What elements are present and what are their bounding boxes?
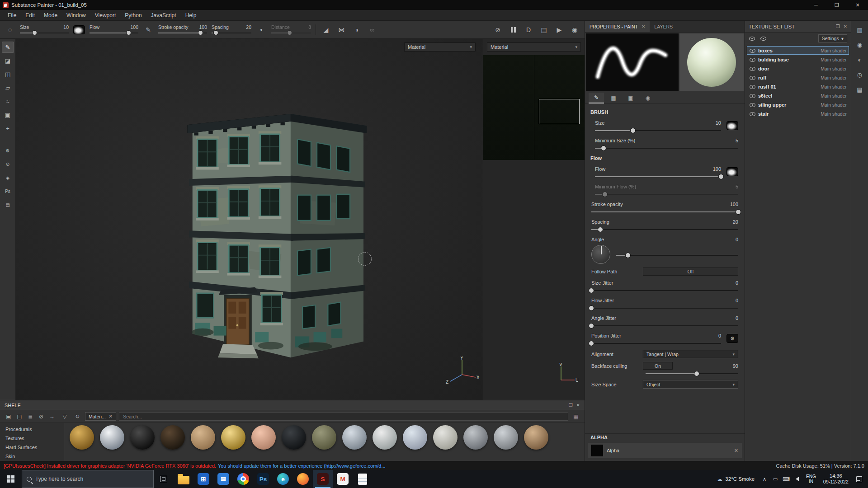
- texture-set-row[interactable]: rusff 01 Main shader: [747, 82, 849, 91]
- display-tray-icon[interactable]: ▭: [770, 470, 781, 488]
- uv-texture-tiles[interactable]: [483, 55, 585, 160]
- shelf-new-icon[interactable]: ▢: [14, 412, 24, 421]
- texture-set-row[interactable]: door Main shader: [747, 64, 849, 73]
- texture-set-visibility-icon[interactable]: [749, 47, 756, 53]
- shelf-filter-icon[interactable]: ▽: [60, 412, 70, 421]
- shader-settings-icon[interactable]: ◉: [854, 39, 866, 50]
- remove-alpha-icon[interactable]: ✕: [734, 448, 738, 454]
- texture-set-visibility-icon[interactable]: [749, 93, 756, 99]
- material-thumbnail[interactable]: [523, 425, 549, 459]
- menu-item[interactable]: Python: [121, 11, 146, 20]
- history-icon[interactable]: ◷: [854, 69, 866, 80]
- stroke-opacity-slider[interactable]: [591, 209, 738, 215]
- distance-slider[interactable]: [271, 31, 311, 35]
- shader-assignment-link[interactable]: Main shader: [821, 84, 847, 89]
- spacing-slider[interactable]: [212, 31, 251, 35]
- menu-item[interactable]: Window: [62, 11, 90, 20]
- chrome[interactable]: [233, 470, 253, 488]
- camera-capture-icon[interactable]: ◉: [569, 24, 580, 35]
- falloff-icon[interactable]: ◢: [321, 24, 331, 35]
- shader-assignment-link[interactable]: Main shader: [821, 57, 847, 62]
- settings-tool[interactable]: ⚙: [2, 145, 14, 156]
- chain-link-icon[interactable]: ∞: [367, 24, 377, 35]
- weather-widget[interactable]: ☁ 32°C Smoke: [712, 470, 759, 488]
- texture-set-visibility-icon[interactable]: [749, 84, 756, 89]
- smudge-tool[interactable]: ≈: [2, 96, 14, 107]
- undock-shelf-icon[interactable]: ❐: [569, 403, 573, 408]
- texture-set-row[interactable]: bulding base Main shader: [747, 55, 849, 64]
- shelf-refresh-icon[interactable]: ↻: [72, 412, 82, 421]
- material-thumbnail[interactable]: [160, 425, 186, 459]
- tab-properties-paint[interactable]: PROPERTIES - PAINT ✕: [585, 21, 650, 32]
- building-model[interactable]: [184, 73, 370, 386]
- viewport-2d-material-dropdown[interactable]: Material ▾: [487, 42, 581, 52]
- minimum-flow-slider[interactable]: [595, 192, 738, 197]
- angle-dial[interactable]: [591, 245, 610, 264]
- language-indicator[interactable]: ENG IN: [802, 474, 820, 484]
- shelf-category[interactable]: Skin: [0, 452, 64, 461]
- shader-assignment-link[interactable]: Main shader: [821, 66, 847, 71]
- lazy-mouse-icon[interactable]: ◌: [5, 24, 15, 35]
- position-jitter-slider[interactable]: [591, 341, 721, 346]
- shader-assignment-link[interactable]: Main shader: [821, 75, 847, 80]
- texture-set-row[interactable]: s6teel Main shader: [747, 91, 849, 100]
- viewport-3d-material-dropdown[interactable]: Material ▾: [404, 42, 476, 52]
- brush-stroke-preview[interactable]: [586, 33, 679, 91]
- shelf-hide-icon[interactable]: ⊘: [36, 412, 46, 421]
- material-thumbnail[interactable]: [372, 425, 398, 459]
- menu-item[interactable]: JavaScript: [147, 11, 180, 20]
- menu-item[interactable]: Mode: [40, 11, 61, 20]
- material-thumbnail[interactable]: [311, 425, 337, 459]
- undock-panel-icon[interactable]: ❐: [836, 24, 840, 29]
- menu-item[interactable]: Edit: [21, 11, 39, 20]
- remove-filter-icon[interactable]: ✕: [108, 413, 113, 419]
- tab-layers[interactable]: LAYERS: [650, 21, 677, 32]
- eraser-tool[interactable]: ◪: [2, 55, 14, 66]
- flow-slider[interactable]: [595, 174, 721, 179]
- brush-tip-preview-button[interactable]: [73, 25, 85, 34]
- texture-set-settings-icon[interactable]: ▦: [854, 24, 866, 35]
- menu-item[interactable]: Help: [181, 11, 201, 20]
- shader-assignment-link[interactable]: Main shader: [821, 93, 847, 99]
- keyboard-tray-icon[interactable]: ⌨: [781, 470, 792, 488]
- material-picker-tool[interactable]: +: [2, 123, 14, 134]
- log-icon[interactable]: ▤: [854, 84, 866, 95]
- size-slider[interactable]: [20, 31, 69, 35]
- close-shelf-icon[interactable]: ✕: [576, 403, 580, 408]
- texture-set-visibility-icon[interactable]: [749, 56, 756, 62]
- projection-tool[interactable]: ◫: [2, 69, 14, 80]
- follow-path-button[interactable]: Off: [643, 267, 738, 276]
- camera-video-icon[interactable]: ▶: [554, 24, 565, 35]
- action-center-button[interactable]: [852, 476, 866, 482]
- texture-set-row[interactable]: stair Main shader: [747, 109, 849, 118]
- minimize-button[interactable]: ─: [806, 0, 826, 10]
- shelf-category[interactable]: Hard Surfaces: [0, 443, 64, 452]
- effects-tool[interactable]: ⊙: [2, 159, 14, 170]
- close-properties-tab-icon[interactable]: ✕: [642, 24, 645, 29]
- polygon-fill-tool[interactable]: ▱: [2, 82, 14, 94]
- taskbar-clock[interactable]: 14:36 09-12-2022: [820, 473, 852, 485]
- subtab-stencil-icon[interactable]: ▣: [623, 93, 638, 103]
- material-thumbnail[interactable]: [341, 425, 368, 459]
- firefox[interactable]: [293, 470, 313, 488]
- material-thumbnail[interactable]: [462, 425, 489, 459]
- tray-overflow-chevron[interactable]: ∧: [759, 470, 770, 488]
- menu-item[interactable]: Viewport: [91, 11, 120, 20]
- shelf-list-icon[interactable]: ≣: [25, 412, 35, 421]
- alpha-resource-row[interactable]: Alpha ✕: [588, 443, 742, 458]
- paint-brush-tool[interactable]: ✎: [2, 42, 14, 53]
- mirror-icon[interactable]: ◑: [351, 24, 362, 35]
- shelf-grid-view-icon[interactable]: ▦: [571, 412, 581, 421]
- shelf-folder-icon[interactable]: ▣: [4, 412, 14, 421]
- stroke-opacity-slider[interactable]: [158, 31, 207, 35]
- geometry-icon[interactable]: ▤: [538, 24, 549, 35]
- flow-brush-tip-button[interactable]: [726, 167, 738, 176]
- angle-jitter-slider[interactable]: [591, 323, 738, 328]
- notepad[interactable]: [353, 470, 373, 488]
- texture-set-row[interactable]: boxes Main shader: [747, 46, 849, 55]
- angle-slider[interactable]: [616, 253, 738, 258]
- backface-culling-toggle[interactable]: On: [643, 362, 673, 370]
- gpu-warning-link[interactable]: You should update them for a better expe…: [218, 463, 386, 469]
- material-thumbnail[interactable]: [190, 425, 216, 459]
- taskbar-search-box[interactable]: Type here to search: [22, 470, 154, 488]
